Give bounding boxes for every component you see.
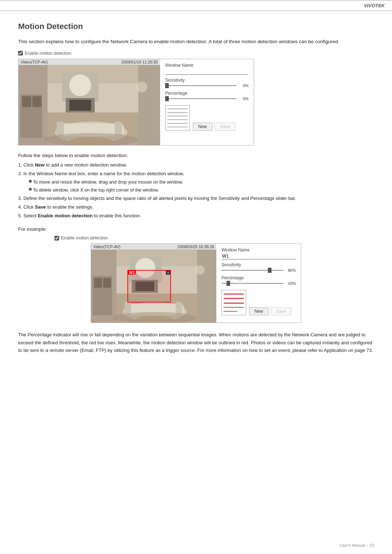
steps-intro: Follow the steps below to enable motion … [18,153,374,158]
sensitivity-track-1[interactable] [165,85,236,86]
percentage-group-1: Percentage 0% [165,91,249,101]
list-line-4 [167,119,188,120]
video-label-2: Video(TCP-AV) [93,245,121,249]
save-button-1[interactable]: Save [215,123,235,131]
video-timestamp-2: 2008/03/25 16:39:26 [177,245,214,249]
red-bar-3 [224,303,244,304]
main-content: Motion Detection This section explains h… [0,11,392,379]
svg-rect-17 [138,65,160,145]
sensitivity-value-1: 0% [238,83,249,88]
sensitivity-track-2[interactable] [221,270,283,271]
enable-checkbox-1-input[interactable] [18,51,23,56]
step-3: 3. Define the sensitivity to moving obje… [18,194,374,202]
sensitivity-group-1: Sensitivity 0% [165,78,249,88]
percentage-track-1[interactable] [165,98,236,99]
save-button-2[interactable]: Save [271,307,291,315]
percentage-thumb-2[interactable] [226,281,230,286]
controls-panel-1: Window Name Sensitivity 0% Percentage [160,59,254,134]
w1-overlay[interactable]: W1 × [127,270,171,303]
percentage-value-1: 0% [238,97,249,101]
listbox-btn-row-2: New Save [221,290,296,315]
red-bar-1 [224,294,244,295]
svg-rect-10 [57,122,64,136]
step-4-bold: Save [35,204,46,210]
window-name-label-1: Window Name [165,63,249,68]
enable-checkbox-2[interactable]: Enable motion detection [54,235,374,241]
svg-rect-31 [124,302,131,315]
list-box-1[interactable] [165,105,190,131]
percentage-slider-row-1: 0% [165,97,249,101]
step-2: 2. In the Window Name text box, enter a … [18,170,374,178]
enable-checkbox-2-label: Enable motion detection [61,235,108,241]
steps-list: 1. Click New to add a new motion detecti… [18,161,374,220]
svg-point-18 [136,82,147,93]
bottom-text: The Percentage Indicator will rise or fa… [18,331,374,354]
window-name-group-1: Window Name [165,63,249,75]
sub-step-2b: To delete window, click X on the top rig… [29,186,374,194]
enable-checkbox-1[interactable]: Enable motion detection [18,51,374,56]
steps-section: Follow the steps below to enable motion … [18,153,374,220]
window-name-input-2[interactable] [221,253,296,259]
window-name-input-1[interactable] [165,69,249,75]
step-4: 4. Click Save to enable the settings. [18,203,374,211]
svg-rect-38 [197,250,216,323]
list-box-lines-2 [222,290,246,315]
svg-rect-36 [94,278,102,288]
percentage-label-2: Percentage [221,275,296,280]
sensitivity-thumb-2[interactable] [268,268,271,273]
video-label-1: Video(TCP-AV) [21,60,48,64]
step-1-post: to add a new motion detection window. [45,162,127,168]
for-example-label: For example: [18,226,374,232]
list-line-2 [167,112,188,113]
brand-logo: VIVOTEK [364,3,385,8]
svg-rect-11 [115,122,122,136]
btn-row-1: New Save [193,123,235,131]
list-line-6 [167,127,188,127]
sensitivity-label-2: Sensitivity [221,262,296,267]
video-image-1 [19,65,160,145]
video-image-2: W1 × [91,250,216,323]
sensitivity-value-2: 80% [286,268,296,272]
w1-label: W1 [128,271,136,275]
list-line-3 [167,116,188,116]
video-topbar-2: Video(TCP-AV) 2008/03/25 16:39:26 [91,244,216,250]
sub-step-2a: To move and resize the window, drag and … [29,178,374,186]
new-button-1[interactable]: New [193,123,212,131]
sensitivity-thumb-1[interactable] [165,83,169,88]
sensitivity-slider-row-2: 80% [221,268,296,272]
video-timestamp-1: 2009/01/19 11:20:25 [121,60,158,64]
page-header: VIVOTEK [0,1,392,11]
sensitivity-label-1: Sensitivity [165,78,249,83]
window-name-label-2: Window Name [221,247,296,253]
list-box-2[interactable] [221,290,246,315]
w1-close-btn[interactable]: × [166,271,170,275]
svg-rect-16 [32,96,41,107]
bullet-2b [29,188,32,190]
demo-panel-example: Video(TCP-AV) 2008/03/25 16:39:26 [91,243,301,323]
step-1-bold: New [35,162,45,168]
percentage-label-1: Percentage [165,91,249,96]
new-button-2[interactable]: New [249,307,269,315]
sensitivity-slider-row-1: 0% [165,83,249,88]
controls-panel-2: Window Name Sensitivity 80% Percentage [216,244,301,319]
step-5-pre: 5. Select [18,213,38,218]
svg-rect-7 [69,100,91,111]
svg-point-39 [195,265,205,275]
sub-step-2b-text: To delete window, click X on the top rig… [33,186,159,194]
percentage-track-2[interactable] [221,283,283,284]
svg-rect-15 [22,96,31,107]
percentage-slider-row-2: 10% [221,281,296,286]
sensitivity-group-2: Sensitivity 80% [221,262,296,272]
btn-row-2: New Save [249,307,291,315]
percentage-thumb-1[interactable] [165,96,169,101]
intro-text: This section explains how to configure t… [18,38,374,46]
percentage-value-2: 10% [286,281,296,286]
red-bar-2 [224,298,244,299]
step-4-pre: 4. Click [18,204,35,210]
enable-checkbox-2-input[interactable] [54,236,59,241]
video-area-1: Video(TCP-AV) 2009/01/19 11:20:25 [19,59,160,145]
page-title: Motion Detection [18,22,374,31]
step-1-num: 1. Click [18,162,35,168]
svg-rect-5 [69,74,91,96]
demo-panel-1: Video(TCP-AV) 2009/01/19 11:20:25 [18,59,254,145]
